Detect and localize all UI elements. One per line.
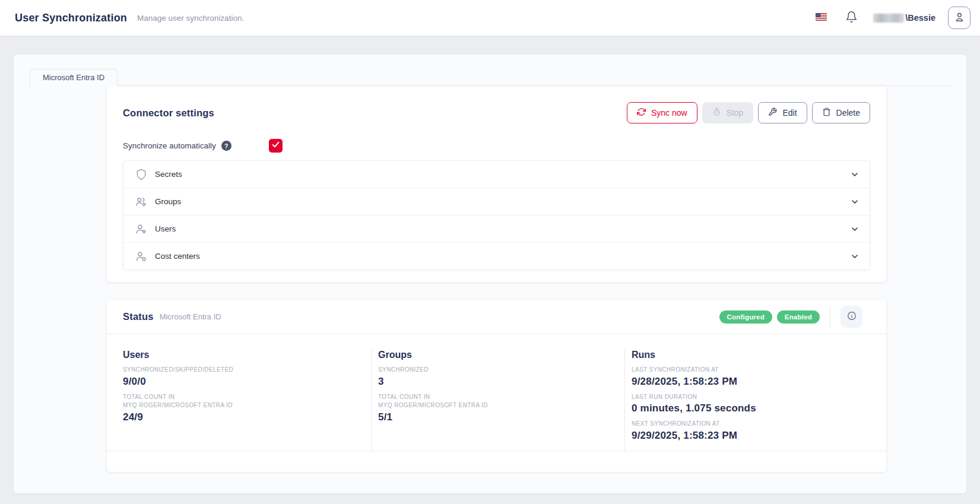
status-columns: Users SYNCHRONIZED/SKIPPED/DELETED 9/0/0… [107,334,886,451]
stat-value: 0 minutes, 1.075 seconds [632,402,874,414]
connector-settings-title: Connector settings [123,107,214,119]
chevron-down-icon [850,170,860,179]
stat-label: LAST SYNCHRONIZATION AT [632,366,874,375]
page: User Synchronization Manage user synchro… [0,0,980,504]
stat-value: 24/9 [123,411,359,423]
status-info-button[interactable] [841,306,862,328]
top-header: User Synchronization Manage user synchro… [0,0,980,36]
stat-label: SYNCHRONIZED [378,366,613,375]
stat: LAST RUN DURATION 0 minutes, 1.075 secon… [632,393,874,415]
checkmark-icon [271,140,280,151]
stat-label: TOTAL COUNT IN MYQ ROGER/MICROSOFT ENTRA… [123,393,359,410]
status-footer [107,451,886,472]
status-badge-enabled: Enabled [777,310,820,324]
auto-sync-row: Synchronize automatically ? [123,139,870,153]
chevron-down-icon [850,252,860,261]
accordion-row-users[interactable]: Users [123,215,870,243]
trash-icon [822,107,831,118]
stop-button[interactable]: Stop [702,102,754,123]
delete-button[interactable]: Delete [812,102,870,123]
stat-value: 9/28/2025, 1:58:23 PM [632,376,874,388]
info-circle-icon [846,310,857,323]
stat: TOTAL COUNT IN MYQ ROGER/MICROSOFT ENTRA… [378,393,613,423]
synchronize-automatically-checkbox[interactable] [269,139,283,153]
connector-settings-card: Connector settings Sync now [107,86,886,282]
help-icon[interactable]: ? [221,141,231,151]
tab-bar: Microsoft Entra ID [30,69,950,86]
status-header-right: Configured Enabled [715,306,862,328]
status-badge-configured: Configured [719,310,772,324]
accordion-label: Secrets [155,170,182,179]
connector-sections-accordion: Secrets [123,160,870,270]
status-header: Status Microsoft Entra ID Configured Ena… [107,300,886,334]
stopwatch-icon [712,107,721,118]
header-actions: \Bessie [816,7,971,29]
accordion-label: Users [155,224,176,233]
sync-refresh-icon [637,107,646,118]
status-column-groups: Groups SYNCHRONIZED 3 TOTAL COUNT IN MYQ… [371,350,624,451]
accordion-row-cost-centers[interactable]: Cost centers [123,242,870,270]
page-subtitle: Manage user synchronization. [137,14,244,23]
column-title: Groups [378,350,613,360]
wrench-icon [768,107,777,118]
current-user-label: \Bessie [873,13,935,23]
accordion-label: Groups [155,197,181,206]
edit-label: Edit [782,108,797,118]
shield-icon [135,169,147,180]
stop-label: Stop [727,108,744,118]
stat-value: 3 [378,376,613,388]
accordion-label: Cost centers [155,252,200,261]
tab-microsoft-entra-id[interactable]: Microsoft Entra ID [30,69,118,86]
column-title: Runs [632,350,874,360]
stat: NEXT SYNCHRONIZATION AT 9/29/2025, 1:58:… [632,420,874,442]
sync-now-button[interactable]: Sync now [627,102,697,123]
stat: SYNCHRONIZED/SKIPPED/DELETED 9/0/0 [123,366,359,388]
stat-label: TOTAL COUNT IN MYQ ROGER/MICROSOFT ENTRA… [378,393,613,410]
stat-value: 5/1 [378,411,613,423]
stat-label: SYNCHRONIZED/SKIPPED/DELETED [123,366,359,375]
accordion-row-secrets[interactable]: Secrets [123,160,870,188]
user-settings-icon [135,223,147,235]
main-panel: Microsoft Entra ID Connector settings [14,55,966,493]
stat-value: 9/0/0 [123,376,359,388]
notifications-button[interactable] [845,11,858,25]
chevron-down-icon [850,224,860,234]
edit-button[interactable]: Edit [758,102,807,123]
column-title: Users [123,350,359,360]
user-menu-button[interactable] [948,7,971,29]
stat: TOTAL COUNT IN MYQ ROGER/MICROSOFT ENTRA… [123,393,359,423]
status-title: Status [123,311,154,322]
sync-now-label: Sync now [651,108,687,118]
stat: LAST SYNCHRONIZATION AT 9/28/2025, 1:58:… [632,366,874,388]
tab-content: Connector settings Sync now [107,86,886,472]
us-flag-icon [816,13,827,23]
connector-actions: Sync now Stop [627,102,870,123]
user-name: \Bessie [905,13,935,23]
page-title: User Synchronization [15,12,127,24]
redacted-tenant-name [873,14,904,23]
bell-icon [845,11,858,25]
stat: SYNCHRONIZED 3 [378,366,613,388]
person-icon [954,11,965,24]
status-column-runs: Runs LAST SYNCHRONIZATION AT 9/28/2025, … [624,350,886,451]
group-settings-icon [135,196,147,208]
stat-value: 9/29/2025, 1:58:23 PM [632,430,874,442]
stat-label: LAST RUN DURATION [632,393,874,402]
status-card: Status Microsoft Entra ID Configured Ena… [107,300,886,472]
user-cost-icon [135,251,147,262]
chevron-down-icon [850,197,860,207]
status-subtitle: Microsoft Entra ID [160,312,221,321]
vertical-divider [830,306,830,328]
status-column-users: Users SYNCHRONIZED/SKIPPED/DELETED 9/0/0… [107,350,371,451]
auto-sync-label: Synchronize automatically [123,141,216,150]
stat-label: NEXT SYNCHRONIZATION AT [632,420,874,429]
language-selector[interactable] [816,13,827,23]
accordion-row-groups[interactable]: Groups [123,188,870,215]
connector-settings-header: Connector settings Sync now [123,102,870,123]
delete-label: Delete [836,108,860,118]
